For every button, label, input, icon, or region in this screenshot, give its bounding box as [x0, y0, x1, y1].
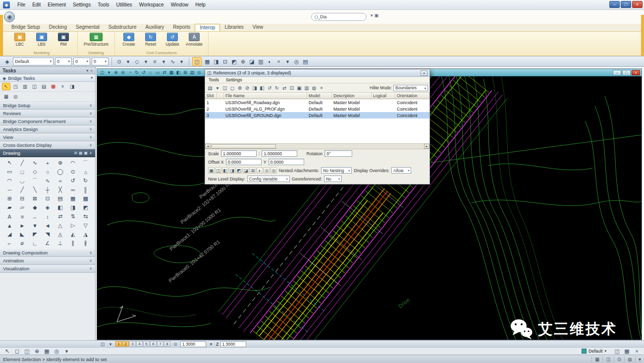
ribbon-tab[interactable]: Decking — [45, 24, 71, 31]
view-tool-icon[interactable]: ↺ — [140, 70, 147, 75]
drawing-tool-icon[interactable]: ▰ — [3, 203, 16, 212]
snap-icon[interactable]: ▦ — [43, 347, 51, 355]
drawing-tool-icon[interactable]: ╲ — [29, 185, 41, 194]
view-tool-icon[interactable]: ◫ — [99, 70, 106, 75]
drawing-tool-icon[interactable]: △ — [54, 221, 66, 230]
drawing-tool-icon[interactable]: ▤ — [54, 194, 66, 203]
toolbar-icon[interactable]: ▾ — [283, 58, 292, 65]
column-header[interactable] — [217, 93, 224, 99]
references-tool-icon[interactable]: ▾ — [214, 84, 221, 92]
drawing-tool-icon[interactable]: ↺ — [67, 177, 79, 185]
drawing-tool-icon[interactable]: ╳ — [54, 185, 66, 194]
menu-item[interactable]: Utilities — [113, 1, 136, 8]
drawing-tool-icon[interactable]: ▩ — [79, 194, 92, 203]
ribbon-button[interactable]: ◆ Create — [119, 33, 139, 47]
task-section[interactable]: Visualization ∨ — [0, 265, 95, 273]
status-icon[interactable]: ◫ — [602, 357, 610, 362]
drawing-header-icon[interactable]: ∧ — [89, 151, 92, 155]
ribbon-button[interactable]: ▣ LBC — [10, 33, 30, 47]
view-toggle-button[interactable]: 2 — [122, 341, 129, 347]
ribbon-tab[interactable]: Bridge Setup — [7, 24, 45, 31]
drawing-tool-icon[interactable]: ⊞ — [3, 194, 16, 203]
drawing-header-icon[interactable]: ▦ — [79, 151, 83, 155]
drawing-tool-icon[interactable]: ═ — [67, 185, 79, 194]
active-element-icon[interactable]: ◈ — [3, 58, 11, 65]
drawing-tool-icon[interactable]: ∥ — [67, 239, 79, 247]
drawing-tool-icon[interactable]: ⌂ — [79, 168, 92, 176]
line-style-combo[interactable]: 0▾ — [73, 58, 90, 65]
drawing-tool-icon[interactable]: ⇄ — [54, 212, 66, 221]
toolbar-icon[interactable]: ▾ — [160, 58, 168, 65]
task-tool-icon[interactable]: ▦ — [2, 93, 10, 100]
drawing-tool-icon[interactable]: ▦ — [67, 194, 79, 203]
ribbon-tab[interactable]: Libraries — [220, 24, 248, 31]
attachment-toggle-icon[interactable]: ◪ — [243, 167, 249, 174]
drawing-tool-icon[interactable]: ∦ — [79, 239, 92, 247]
status-icon[interactable]: ▾ — [635, 357, 641, 362]
column-header[interactable]: File Name — [224, 93, 307, 99]
drawing-header-icon[interactable]: ▣ — [84, 151, 88, 155]
column-header[interactable]: Description — [332, 93, 372, 99]
toolbar-icon[interactable]: ∿ — [168, 58, 177, 65]
view-tool-icon[interactable]: ▭ — [154, 70, 161, 75]
active-level-combo[interactable]: Default ▾ — [13, 58, 54, 65]
toolbar-icon[interactable]: ▾ — [177, 58, 186, 65]
view-tool-icon[interactable]: ◔ — [126, 70, 133, 75]
offset-y-field[interactable]: 0.0000 — [268, 159, 304, 165]
toolbar-icon[interactable]: ◩ — [230, 58, 238, 65]
app-logo-icon[interactable]: ◉ — [4, 11, 15, 22]
drawing-tool-icon[interactable]: ─ — [3, 185, 16, 194]
view-tool-icon[interactable]: ⊞ — [182, 70, 189, 75]
drawing-tool-icon[interactable]: ↔ — [29, 212, 41, 221]
drawing-tool-icon[interactable]: ◡ — [16, 177, 29, 185]
search-input[interactable]: Dia — [311, 13, 367, 21]
drawing-tool-icon[interactable]: ╱ — [16, 185, 29, 194]
menu-item[interactable]: File — [14, 1, 29, 8]
toolbar-icon[interactable]: ◇ — [133, 58, 141, 65]
drawing-tool-icon[interactable]: ⊠ — [29, 194, 41, 203]
task-tool-icon[interactable]: ◳ — [11, 83, 20, 90]
view-maximize-button[interactable]: □ — [622, 70, 631, 75]
menu-item[interactable]: Tools — [94, 1, 112, 8]
scrollbar-thumb[interactable] — [212, 144, 276, 149]
references-tool-icon[interactable]: ▤ — [207, 84, 214, 92]
references-tool-icon[interactable]: ◻ — [229, 84, 236, 92]
drawing-tool-icon[interactable]: ◯ — [54, 168, 66, 176]
ribbon-tab[interactable]: Segmental — [71, 24, 104, 31]
ribbon-tab[interactable]: Auxiliary — [141, 24, 168, 31]
scale-master-field[interactable]: 1.000000 — [221, 150, 257, 157]
snap-icon[interactable]: ◫ — [23, 347, 31, 355]
attachment-toggle-icon[interactable]: ⊞ — [250, 167, 256, 174]
task-tool-icon[interactable]: × — [58, 83, 67, 90]
toolbar-icon[interactable]: ⊕ — [239, 58, 247, 65]
drawing-tool-icon[interactable]: ◮ — [79, 230, 92, 239]
drawing-tool-icon[interactable]: □ — [16, 168, 29, 176]
task-section[interactable]: Analytics Design ∨ — [0, 125, 95, 133]
menu-item[interactable]: Edit — [29, 1, 44, 8]
toolbar-icon[interactable]: ▦ — [203, 58, 212, 65]
view-minimize-button[interactable]: – — [613, 70, 621, 75]
color-combo[interactable]: 0▾ — [55, 58, 72, 65]
snap-icon[interactable]: ▾ — [62, 347, 71, 355]
references-tool-icon[interactable]: × — [318, 84, 325, 92]
ribbon-button[interactable]: ↺ Update — [162, 33, 182, 47]
toolbar-icon[interactable]: × — [274, 58, 283, 65]
status-icon[interactable]: ▦ — [591, 357, 599, 362]
drawing-tool-icon[interactable]: ∿ — [42, 177, 54, 185]
task-tool-icon[interactable]: ▥ — [21, 83, 29, 90]
coordinate-x-field[interactable]: 1.3000 — [180, 341, 206, 347]
view-tool-icon[interactable]: ▦ — [168, 70, 175, 75]
menu-item[interactable]: Help — [192, 1, 209, 8]
drawing-header-icon[interactable]: ⊞ — [74, 151, 77, 155]
reference-row[interactable]: 1 US30\Overfill_Roadway.dgnDefault Maste… — [205, 99, 429, 106]
references-tool-icon[interactable]: ⊘ — [244, 84, 251, 92]
task-section[interactable]: View ∨ — [0, 133, 95, 141]
references-tool-icon[interactable]: ◧ — [259, 84, 266, 92]
drawing-tool-icon[interactable]: ◥ — [42, 230, 54, 239]
drawing-tool-icon[interactable]: ◄ — [42, 221, 54, 230]
horizontal-scrollbar[interactable]: ◄ ► — [205, 143, 429, 149]
drawing-tool-icon[interactable]: ╱ — [16, 159, 29, 167]
drawing-tool-icon[interactable]: ▷ — [67, 221, 79, 230]
view-tool-icon[interactable]: ◎ — [196, 70, 203, 75]
toolbar-icon[interactable]: ◎ — [292, 58, 301, 65]
